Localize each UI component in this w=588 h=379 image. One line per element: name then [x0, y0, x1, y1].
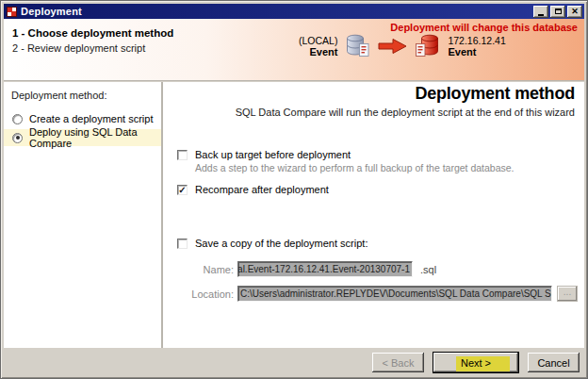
- back-button: < Back: [372, 353, 424, 372]
- maximize-button[interactable]: [550, 6, 565, 18]
- deploy-arrow-icon: [378, 38, 407, 55]
- radio-selected-icon: [12, 133, 23, 143]
- sql-extension-label: .sql: [420, 264, 436, 275]
- app-icon: [7, 7, 17, 17]
- target-database-label: 172.16.12.41 Event: [448, 35, 505, 58]
- wizard-banner: 1 - Choose deployment method 2 - Review …: [4, 19, 584, 81]
- main-panel: Deployment method SQL Data Compare will …: [163, 82, 584, 348]
- page-subtitle: SQL Data Compare will run the deployment…: [236, 107, 575, 118]
- close-button[interactable]: ✕: [567, 6, 582, 18]
- target-server: 172.16.12.41: [448, 35, 505, 46]
- location-label: Location:: [177, 288, 234, 300]
- next-button[interactable]: Next >: [433, 352, 519, 373]
- checkbox-checked-icon: ✓: [177, 185, 188, 195]
- checkbox-unchecked-icon: [177, 239, 188, 249]
- checkbox-unchecked-icon: [177, 150, 188, 160]
- close-icon: ✕: [571, 8, 579, 16]
- deployment-direction-graphic: (LOCAL) Event: [299, 34, 506, 58]
- source-database: Event: [299, 46, 337, 58]
- radio-label: Create a deployment script: [29, 113, 153, 124]
- recompare-checkbox-row[interactable]: ✓ Recompare after deployment: [177, 184, 329, 195]
- target-database: Event: [448, 46, 505, 58]
- wizard-steps: 1 - Choose deployment method 2 - Review …: [12, 25, 173, 56]
- minimize-icon: [538, 14, 544, 16]
- script-location-field: C:\Users\administrator.REPLYDEV\Document…: [237, 286, 552, 302]
- deployment-method-label: Deployment method:: [4, 88, 161, 110]
- title-bar: Deployment ✕: [4, 4, 584, 19]
- page-title: Deployment method: [415, 84, 575, 104]
- checkbox-label: Recompare after deployment: [195, 184, 329, 195]
- target-database-icon: [415, 34, 440, 58]
- checkbox-label: Save a copy of the deployment script:: [195, 238, 368, 249]
- radio-icon: [12, 114, 23, 124]
- radio-deploy-using-sql-data-compare[interactable]: Deploy using SQL Data Compare: [4, 129, 161, 146]
- minimize-button[interactable]: [533, 6, 548, 18]
- save-copy-checkbox-row[interactable]: Save a copy of the deployment script:: [177, 238, 368, 249]
- script-name-row: Name: local.Event-172.16.12.41.Event-201…: [177, 261, 436, 277]
- wizard-step-1: 1 - Choose deployment method: [12, 25, 173, 41]
- radio-create-deployment-script[interactable]: Create a deployment script: [4, 110, 161, 127]
- browse-button: ...: [557, 286, 578, 302]
- backup-target-checkbox-row[interactable]: Back up target before deployment: [177, 149, 351, 160]
- script-name-field: local.Event-172.16.12.41.Event-20130707-…: [237, 261, 413, 277]
- checkbox-label: Back up target before deployment: [195, 149, 351, 160]
- backup-description: Adds a step to the wizard to perform a f…: [195, 162, 514, 173]
- deployment-method-panel: Deployment method: Create a deployment s…: [4, 82, 161, 348]
- cancel-button[interactable]: Cancel: [528, 353, 580, 372]
- deployment-dialog: Deployment ✕ 1 - Choose deployment metho…: [0, 0, 588, 379]
- source-server: (LOCAL): [299, 35, 337, 46]
- wizard-footer: < Back Next > Cancel: [4, 348, 584, 377]
- maximize-icon: [555, 8, 562, 14]
- radio-label: Deploy using SQL Data Compare: [29, 126, 161, 149]
- wizard-step-2: 2 - Review deployment script: [12, 41, 173, 56]
- window-title: Deployment: [21, 6, 531, 17]
- source-database-label: (LOCAL) Event: [299, 35, 337, 58]
- script-location-row: Location: C:\Users\administrator.REPLYDE…: [177, 286, 578, 302]
- deployment-warning: Deployment will change this database: [390, 22, 578, 33]
- name-label: Name:: [177, 264, 234, 275]
- source-database-icon: [345, 34, 370, 58]
- content-area: Deployment method: Create a deployment s…: [4, 82, 584, 348]
